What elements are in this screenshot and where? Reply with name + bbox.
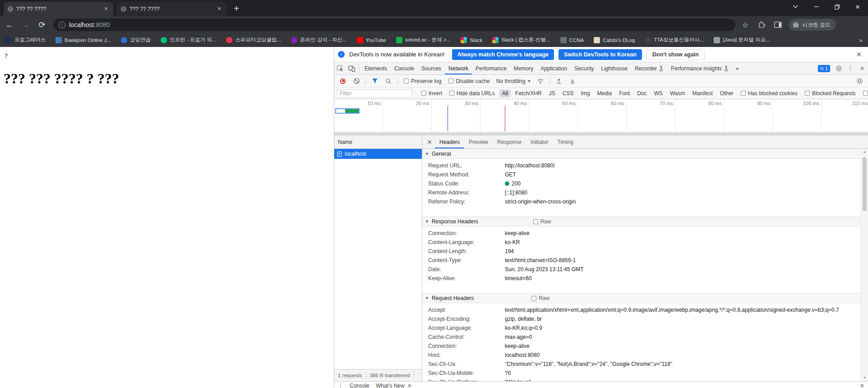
network-conditions-icon[interactable] [535, 75, 546, 87]
general-section-header[interactable]: ▼ General [422, 149, 861, 159]
bookmark-item[interactable]: YouTube [357, 37, 386, 43]
drawer-close-icon[interactable]: ✕ [860, 383, 864, 388]
more-options-icon[interactable]: ⋮ [845, 63, 856, 74]
browser-tab-1[interactable]: ??? ?? ???? × [4, 2, 113, 16]
bookmark-item[interactable]: Baekjoon Online J... [55, 37, 111, 43]
details-tab-response[interactable]: Response [493, 135, 526, 148]
filter-input[interactable] [337, 89, 412, 97]
filter-chip-css[interactable]: CSS [560, 89, 577, 97]
settings-gear-icon[interactable] [833, 63, 845, 74]
filter-chip-manifest[interactable]: Manifest [689, 89, 715, 97]
filter-funnel-icon[interactable] [369, 75, 381, 87]
request-headers-section-header[interactable]: ▼ Request Headers Raw [422, 293, 861, 303]
name-column-header[interactable]: Name [334, 135, 422, 149]
scroll-up-icon[interactable]: ▲ [861, 149, 868, 155]
bookmark-item[interactable]: 코딩연습 [121, 37, 151, 43]
tab-lighthouse[interactable]: Lighthouse [597, 62, 631, 74]
tab-close-icon[interactable]: × [216, 5, 223, 13]
switch-to-korean-button[interactable]: Switch DevTools to Korean [559, 49, 642, 60]
has-blocked-cookies-checkbox[interactable]: Has blocked cookies [741, 90, 798, 97]
tab-console[interactable]: Console [391, 62, 418, 74]
filter-chip-all[interactable]: All [499, 89, 511, 97]
bookmark-item[interactable]: TTA정보통신용어사... [645, 37, 704, 43]
tab-close-icon[interactable]: × [102, 5, 110, 13]
device-toolbar-icon[interactable] [346, 63, 358, 74]
filter-chip-doc[interactable]: Doc [634, 89, 649, 97]
disable-cache-checkbox[interactable]: Disable cache [448, 78, 489, 84]
details-tab-initiator[interactable]: Initiator [526, 135, 553, 148]
preserve-log-checkbox[interactable]: Preserve log [404, 78, 441, 84]
details-scrollbar[interactable]: ▲ ▼ [861, 149, 868, 381]
close-window-button[interactable]: ✕ [847, 0, 868, 14]
response-raw-checkbox[interactable]: Raw [533, 218, 551, 225]
filter-chip-js[interactable]: JS [546, 89, 558, 97]
browser-tab-2[interactable]: ??? ?? ???? × [117, 2, 226, 16]
request-waterfall-bar[interactable] [335, 108, 360, 114]
scroll-down-icon[interactable]: ▼ [861, 375, 868, 381]
drawer-menu-icon[interactable]: ⋮ [338, 383, 343, 388]
import-har-icon[interactable] [553, 75, 565, 87]
details-tab-preview[interactable]: Preview [464, 135, 493, 148]
infobar-close-icon[interactable]: ✕ [853, 51, 864, 59]
side-panel-icon[interactable] [771, 18, 784, 31]
invert-checkbox[interactable]: Invert [421, 90, 442, 97]
inspect-element-icon[interactable] [334, 63, 346, 74]
throttling-dropdown[interactable]: No throttling▼ [496, 78, 531, 84]
network-settings-gear-icon[interactable] [854, 75, 865, 87]
tab-recorder[interactable]: Recorder [631, 62, 667, 74]
tab-sources[interactable]: Sources [418, 62, 445, 74]
tab-memory[interactable]: Memory [510, 62, 537, 74]
details-tab-headers[interactable]: Headers [435, 135, 464, 148]
record-network-log-icon[interactable] [337, 75, 349, 87]
incognito-badge[interactable]: 시크릿 모드 [789, 19, 836, 31]
bookmark-item[interactable]: Slack [461, 37, 482, 43]
minimize-button[interactable] [806, 0, 826, 14]
filter-chip-img[interactable]: Img [578, 89, 592, 97]
tab-application[interactable]: Application [537, 62, 571, 74]
filter-chip-other[interactable]: Other [717, 89, 736, 97]
bookmark-item[interactable]: CCNA [560, 37, 584, 43]
tab-elements[interactable]: Elements [361, 62, 391, 74]
extensions-puzzle-icon[interactable] [755, 18, 768, 31]
bookmark-item[interactable]: 인프런 - 프로가 되... [161, 37, 217, 43]
hide-data-urls-checkbox[interactable]: Hide data URLs [449, 90, 495, 97]
request-raw-checkbox[interactable]: Raw [531, 295, 549, 301]
drawer-tab-close-icon[interactable]: ✕ [407, 383, 412, 388]
bookmark-item[interactable]: 프로그래머스 [5, 37, 46, 43]
clear-network-log-icon[interactable] [351, 75, 362, 87]
filter-chip-media[interactable]: Media [594, 89, 614, 97]
bookmark-item[interactable]: 온라인 강의 - 자신... [291, 37, 347, 43]
response-headers-section-header[interactable]: ▼ Response Headers Raw [422, 217, 861, 226]
close-details-icon[interactable]: ✕ [424, 139, 435, 146]
tab-network[interactable]: Network [445, 62, 472, 74]
filter-chip-ws[interactable]: WS [651, 89, 665, 97]
new-tab-button[interactable]: + [230, 3, 243, 15]
drawer-tab-console[interactable]: Console [350, 383, 369, 388]
third-party-requests-checkbox[interactable]: 3rd-party requests [863, 90, 868, 97]
tab-security[interactable]: Security [571, 62, 597, 74]
tab-performance[interactable]: Performance [472, 62, 510, 74]
forward-icon[interactable]: → [19, 18, 32, 32]
bookmark-item[interactable]: Catsbi's DLog [594, 37, 635, 43]
request-row-localhost[interactable]: localhost [334, 149, 422, 159]
filter-chip-wasm[interactable]: Wasm [667, 89, 688, 97]
search-icon[interactable] [383, 75, 394, 87]
bookmark-item[interactable]: solved.ac - 문제 >... [396, 37, 451, 43]
drawer-tab-whats-new[interactable]: What's New✕ [376, 383, 412, 388]
issues-counter-badge[interactable]: 1 [818, 65, 830, 72]
filter-chip-fetch-xhr[interactable]: Fetch/XHR [512, 89, 545, 97]
export-har-icon[interactable] [567, 75, 578, 87]
restore-button[interactable] [826, 0, 847, 14]
dont-show-again-button[interactable]: Don't show again [646, 49, 705, 60]
bookmark-item[interactable]: [Java] 문자열 자르... [714, 37, 770, 43]
filter-chip-font[interactable]: Font [616, 89, 633, 97]
bookmark-star-icon[interactable]: ☆ [739, 18, 752, 31]
timeline-scroll-strip[interactable] [334, 132, 868, 135]
tab-performance-insights[interactable]: Performance insights [667, 62, 732, 74]
devtools-close-icon[interactable]: ✕ [856, 63, 868, 74]
details-tab-timing[interactable]: Timing [553, 135, 578, 148]
blocked-requests-checkbox[interactable]: Blocked Requests [805, 90, 856, 97]
bookmarks-overflow-icon[interactable]: » [859, 37, 863, 44]
tab-search-icon[interactable] [785, 0, 806, 14]
match-language-button[interactable]: Always match Chrome's language [452, 49, 554, 60]
